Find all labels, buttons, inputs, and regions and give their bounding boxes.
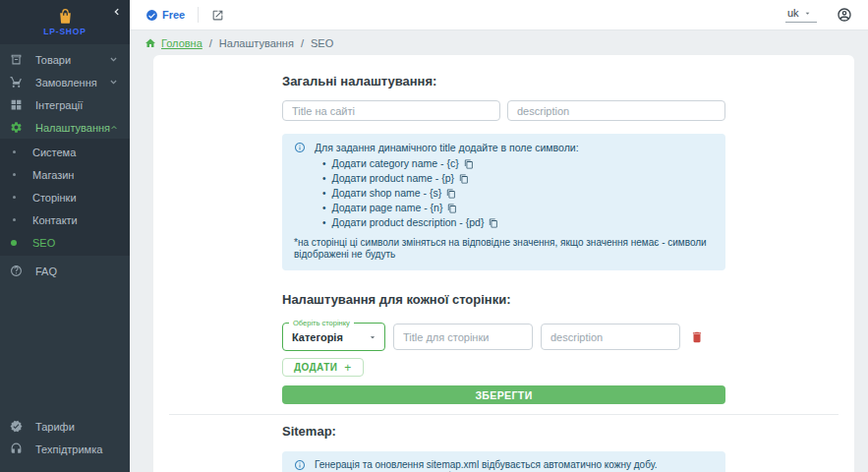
sidebar-item-tariffs[interactable]: Тарифи <box>0 415 130 438</box>
gear-icon <box>10 121 23 134</box>
per-page-controls-row: Оберіть сторінку Категорія <box>282 323 725 351</box>
header-right: uk <box>785 7 852 23</box>
collapse-sidebar-icon[interactable] <box>112 7 122 17</box>
page-select-value: Категорія <box>292 331 368 343</box>
hint-list-item: Додати page name - {n} <box>322 203 714 213</box>
page-title-input[interactable] <box>393 324 533 350</box>
bullet-icon <box>13 173 16 176</box>
grid-icon <box>10 98 23 111</box>
header-divider <box>198 7 199 23</box>
main-card: Загальні налаштування: Для задання динам… <box>153 55 854 472</box>
sidebar-item-settings[interactable]: Налаштування <box>0 116 130 139</box>
sidebar-item-label: Налаштування <box>35 122 110 134</box>
breadcrumb-section[interactable]: Налаштування <box>219 37 294 49</box>
hint-item-text: Додати category name - {c} <box>332 158 459 169</box>
breadcrumb-home-link[interactable]: Головна <box>145 37 203 49</box>
chevron-down-icon <box>109 55 118 64</box>
language-select[interactable]: uk <box>785 7 817 23</box>
open-site-icon[interactable] <box>211 9 224 22</box>
account-icon[interactable] <box>837 7 852 23</box>
hint-list: Додати category name - {c} Додати produc… <box>294 158 714 228</box>
sidebar-item-label: FAQ <box>35 266 120 277</box>
copy-icon[interactable] <box>489 218 498 228</box>
site-description-input[interactable] <box>507 100 725 121</box>
check-circle-icon <box>145 9 158 22</box>
copy-icon[interactable] <box>447 204 457 213</box>
copy-icon[interactable] <box>459 174 469 184</box>
sidebar-item-pages[interactable]: Сторінки <box>0 186 130 208</box>
breadcrumb-current: SEO <box>311 37 333 49</box>
sidebar-item-label: Інтеграції <box>35 99 120 111</box>
add-button-label: ДОДАТИ <box>294 362 337 373</box>
trash-icon <box>690 330 704 344</box>
section-divider <box>169 414 839 415</box>
hint-list-item: Додати product description - {pd} <box>322 217 714 228</box>
active-dot-icon <box>11 240 17 246</box>
sidebar-item-system[interactable]: Система <box>0 141 130 163</box>
bullet-icon <box>13 196 16 199</box>
breadcrumb: Головна / Налаштування / SEO <box>130 30 868 55</box>
caret-down-icon <box>368 332 377 342</box>
shopping-bag-logo-icon <box>57 8 74 25</box>
site-title-input[interactable] <box>282 100 500 121</box>
sitemap-info-alert: Генерація та оновлення sitemap.xml відбу… <box>282 451 725 472</box>
logo[interactable]: LP-SHOP <box>0 0 130 44</box>
logo-text: LP-SHOP <box>43 27 86 36</box>
sidebar-item-label: Товари <box>35 54 109 66</box>
cart-icon <box>10 76 23 88</box>
copy-icon[interactable] <box>446 189 456 199</box>
hint-item-text: Додати product description - {pd} <box>332 217 485 228</box>
seo-settings-content: Загальні налаштування: Для задання динам… <box>282 55 725 472</box>
caret-down-icon <box>803 9 812 18</box>
sidebar-bottom: Тарифи Техпідтримка <box>0 415 130 472</box>
sidebar-item-label: Тарифи <box>35 421 120 433</box>
language-value: uk <box>787 7 799 19</box>
hint-list-item: Додати category name - {c} <box>322 158 714 169</box>
sidebar-item-integrations[interactable]: Інтеграції <box>0 93 130 116</box>
hint-item-text: Додати page name - {n} <box>332 203 443 213</box>
save-button[interactable]: ЗБЕРЕГТИ <box>282 385 725 404</box>
plus-icon: + <box>344 361 351 375</box>
submenu-item-label: Система <box>32 147 76 158</box>
general-inputs-row <box>282 100 725 121</box>
sidebar-nav: Товари Замовлення Інтеграції Налаштув <box>0 44 130 282</box>
sidebar: LP-SHOP Товари Замовлення <box>0 0 130 472</box>
top-header: Free uk <box>130 0 868 30</box>
sidebar-item-label: Техпідтримка <box>35 443 120 455</box>
products-icon <box>10 53 23 66</box>
page-description-input[interactable] <box>541 324 680 350</box>
question-circle-icon <box>10 265 23 277</box>
hint-item-text: Додати shop name - {s} <box>332 188 442 199</box>
plan-badge-label: Free <box>162 9 185 21</box>
home-icon <box>145 37 156 49</box>
page-select-label: Оберіть сторінку <box>289 319 354 327</box>
chevron-down-icon <box>109 78 118 87</box>
sidebar-item-shop[interactable]: Магазин <box>0 163 130 186</box>
add-page-setting-button[interactable]: ДОДАТИ + <box>282 358 364 377</box>
sidebar-item-support[interactable]: Техпідтримка <box>0 438 130 460</box>
plan-badge[interactable]: Free <box>145 9 185 22</box>
sitemap-heading: Sitemap: <box>282 424 725 439</box>
breadcrumb-separator: / <box>209 37 212 49</box>
general-settings-heading: Загальні налаштування: <box>282 74 725 88</box>
sidebar-item-products[interactable]: Товари <box>0 48 130 71</box>
copy-icon[interactable] <box>464 159 474 169</box>
submenu-item-label: Сторінки <box>32 192 77 204</box>
submenu-item-label: Магазин <box>32 169 74 181</box>
hint-list-item: Додати shop name - {s} <box>322 188 714 199</box>
submenu-item-label: Контакти <box>32 214 78 226</box>
info-icon <box>294 459 306 471</box>
headset-icon <box>10 442 23 455</box>
sitemap-text-block: Генерація та оновлення sitemap.xml відбу… <box>315 459 714 472</box>
delete-page-setting-button[interactable] <box>690 330 704 344</box>
hint-item-text: Додати product name - {p} <box>332 173 455 184</box>
info-icon <box>294 142 306 153</box>
sidebar-item-label: Замовлення <box>35 77 109 88</box>
sidebar-item-orders[interactable]: Замовлення <box>0 71 130 93</box>
sidebar-item-faq[interactable]: FAQ <box>0 260 130 282</box>
sidebar-item-contacts[interactable]: Контакти <box>0 208 130 231</box>
bullet-icon <box>13 150 16 153</box>
page-select[interactable]: Оберіть сторінку Категорія <box>282 323 385 351</box>
sidebar-item-seo[interactable]: SEO <box>0 231 130 254</box>
dynamic-title-hint-alert: Для задання динамічного title додайте в … <box>282 134 725 270</box>
